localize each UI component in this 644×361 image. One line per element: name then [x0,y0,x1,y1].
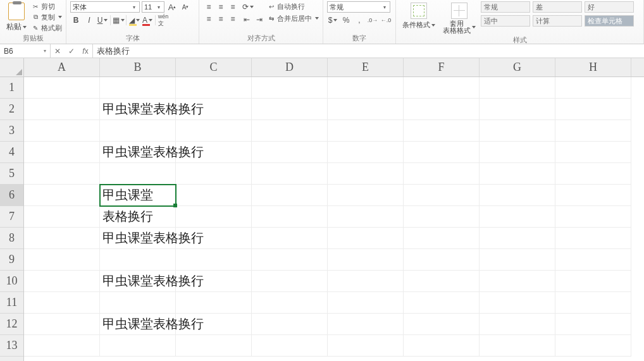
row-header[interactable]: 12 [0,314,23,335]
cell[interactable] [555,142,631,163]
cell[interactable] [176,120,252,142]
cell[interactable] [176,249,252,271]
cell[interactable] [252,292,328,314]
cell[interactable] [404,142,480,163]
format-painter-button[interactable]: ✎格式刷 [32,23,62,33]
cell[interactable] [176,142,252,163]
cell[interactable] [404,292,480,314]
cell[interactable] [24,99,100,120]
column-header[interactable]: D [252,58,328,76]
cell[interactable] [555,185,631,206]
percent-format-button[interactable]: % [340,15,352,26]
increase-decimal-button[interactable]: .0→ [367,15,378,26]
cell[interactable]: 表格换行 [100,206,176,228]
decrease-font-button[interactable]: A▾ [180,1,191,13]
cut-button[interactable]: ✂剪切 [32,1,62,11]
cell[interactable] [555,120,631,142]
increase-indent-button[interactable]: ⇥ [254,14,265,25]
cell-grid[interactable]: 甲虫课堂表格换行甲虫课堂表格换行甲虫课堂表格换行甲虫课堂表格换行甲虫课堂表格换行… [24,77,644,361]
cell[interactable] [176,228,252,249]
font-size-combo[interactable]: 11▾ [142,1,164,13]
cell[interactable] [480,314,555,335]
cell[interactable] [480,77,555,99]
chevron-down-icon[interactable]: ▾ [131,4,137,10]
cell[interactable] [100,77,176,99]
cell[interactable] [404,206,480,228]
cell[interactable]: 甲虫课堂 [100,185,176,206]
insert-function-button[interactable]: fx [78,47,92,56]
align-bottom-button[interactable]: ≡ [227,1,238,13]
align-center-button[interactable]: ≡ [215,13,226,25]
cell[interactable] [555,228,631,249]
cell[interactable] [555,314,631,335]
cell[interactable] [404,314,480,335]
row-header[interactable]: 1 [0,77,23,99]
cell[interactable]: 甲虫课堂表格换行 [100,99,176,120]
cell[interactable] [328,99,404,120]
cell[interactable] [404,228,480,249]
font-name-combo[interactable]: 宋体▾ [70,1,140,13]
cell[interactable] [328,228,404,249]
cell[interactable] [555,249,631,271]
cell[interactable] [24,163,100,185]
cell[interactable] [252,99,328,120]
cell[interactable] [328,292,404,314]
cell-style-normal[interactable]: 常规 [481,1,530,13]
column-header[interactable]: F [404,58,480,76]
cell[interactable] [328,120,404,142]
cell[interactable] [480,206,555,228]
cell[interactable] [252,249,328,271]
cell[interactable] [24,314,100,335]
cell[interactable] [328,271,404,292]
cell[interactable] [24,335,100,357]
cell[interactable] [100,249,176,271]
row-header[interactable]: 7 [0,206,23,228]
column-header[interactable]: G [480,58,555,76]
cell[interactable] [252,271,328,292]
cell[interactable] [328,206,404,228]
cell-style-good[interactable]: 好 [585,1,634,13]
row-header[interactable]: 9 [0,249,23,271]
cell[interactable] [328,77,404,99]
row-header[interactable]: 5 [0,163,23,185]
copy-button[interactable]: ⧉复制 [32,12,62,22]
align-middle-button[interactable]: ≡ [215,1,226,13]
cell[interactable] [555,99,631,120]
cell[interactable] [24,271,100,292]
font-color-button[interactable]: A [142,15,153,26]
number-format-combo[interactable]: 常规▾ [327,1,390,13]
cell[interactable] [480,335,555,357]
chevron-down-icon[interactable]: ▾ [381,4,388,10]
cell[interactable] [100,335,176,357]
cell[interactable] [480,142,555,163]
chevron-down-icon[interactable]: ▾ [44,48,46,54]
column-header[interactable]: E [328,58,404,76]
format-as-table-button[interactable]: 套用 表格格式 [440,1,478,35]
cancel-formula-button[interactable]: ✕ [51,47,65,56]
cell[interactable] [480,249,555,271]
decrease-indent-button[interactable]: ⇤ [241,14,252,25]
cell[interactable]: 甲虫课堂表格换行 [100,271,176,292]
cell[interactable] [328,335,404,357]
column-header[interactable]: B [100,58,176,76]
phonetic-button[interactable]: wén文 [158,15,169,26]
cell[interactable] [404,163,480,185]
increase-font-button[interactable]: A▴ [166,1,178,13]
cell[interactable] [480,292,555,314]
cell[interactable] [555,206,631,228]
cell-style-neutral[interactable]: 适中 [481,15,530,27]
cell[interactable] [252,77,328,99]
cell[interactable] [24,249,100,271]
cell[interactable] [404,271,480,292]
border-button[interactable]: ▦ [113,15,124,26]
cell[interactable] [100,120,176,142]
cell[interactable] [252,335,328,357]
cell[interactable]: 甲虫课堂表格换行 [100,314,176,335]
cell[interactable] [480,271,555,292]
cell[interactable] [404,120,480,142]
cell[interactable] [252,120,328,142]
cell[interactable] [24,120,100,142]
cell[interactable] [176,271,252,292]
align-top-button[interactable]: ≡ [203,1,214,13]
cell[interactable] [176,206,252,228]
